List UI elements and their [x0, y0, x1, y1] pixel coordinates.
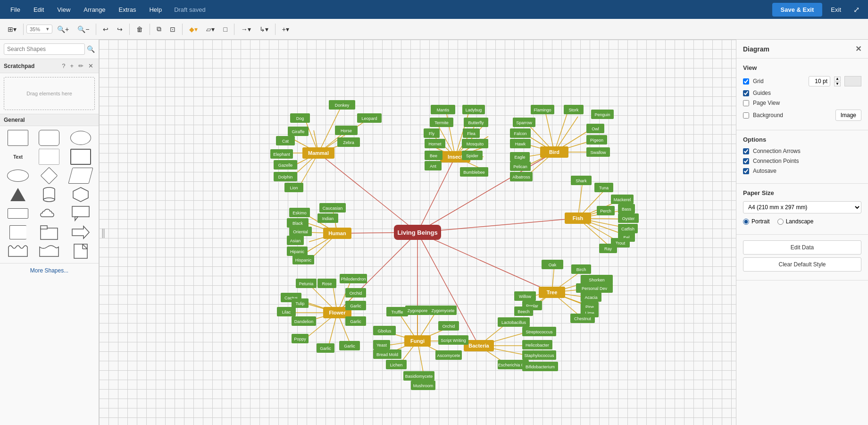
delete-button[interactable]: 🗑 — [133, 23, 147, 35]
grid-color-picker[interactable] — [844, 76, 861, 86]
portrait-label[interactable]: Portrait — [743, 218, 770, 225]
duplicate-button[interactable]: ⧉ — [153, 23, 165, 35]
scratchpad-edit-button[interactable]: ✏ — [77, 62, 85, 70]
autosave-checkbox[interactable] — [743, 168, 749, 174]
autosave-label[interactable]: Autosave — [753, 168, 776, 174]
waypoint-button[interactable]: ↳▾ — [256, 23, 272, 35]
portrait-radio[interactable] — [743, 219, 749, 225]
shape-wavy-wrap[interactable] — [39, 243, 59, 259]
guides-checkbox[interactable] — [743, 90, 749, 96]
landscape-label[interactable]: Landscape — [777, 218, 814, 225]
zoom-control[interactable]: 35% ▾ — [26, 25, 52, 34]
grid-pt-up[interactable]: ▲ — [834, 76, 841, 81]
connector-button[interactable]: →▾ — [237, 23, 255, 35]
shape-rectangle[interactable] — [8, 130, 28, 146]
background-label[interactable]: Background — [753, 112, 832, 119]
svg-line-35 — [446, 110, 455, 157]
shape-folder-wrap[interactable] — [39, 224, 59, 240]
search-shapes-container: 🔍 — [0, 40, 99, 59]
shape-rect-4[interactable] — [8, 208, 28, 219]
shape-oval[interactable] — [7, 170, 29, 182]
connection-points-label[interactable]: Connection Points — [753, 158, 799, 164]
insert-button[interactable]: +▾ — [278, 23, 293, 35]
page-view-checkbox[interactable] — [743, 100, 749, 106]
shape-arrow-wrap[interactable] — [70, 224, 91, 240]
menu-help[interactable]: Help — [143, 3, 167, 16]
undo-button[interactable]: ↩ — [99, 23, 112, 35]
connection-arrows-checkbox[interactable] — [743, 148, 749, 154]
clear-default-style-button[interactable]: Clear Default Style — [743, 257, 861, 272]
svg-text:Donkey: Donkey — [335, 103, 350, 108]
landscape-radio[interactable] — [777, 219, 784, 225]
menu-arrange[interactable]: Arrange — [78, 3, 111, 16]
shape-ellipse[interactable] — [70, 131, 91, 145]
menu-extras[interactable]: Extras — [113, 3, 142, 16]
exit-button[interactable]: Exit — [824, 3, 848, 17]
guides-label[interactable]: Guides — [753, 90, 771, 96]
connection-points-checkbox[interactable] — [743, 158, 749, 164]
shape-cylinder-wrap[interactable] — [39, 187, 59, 203]
svg-text:Bass: Bass — [622, 207, 632, 212]
zoom-in-button[interactable]: 🔍+ — [53, 23, 73, 35]
shape-diamond-wrap[interactable] — [39, 168, 59, 184]
connection-arrows-label[interactable]: Connection Arrows — [753, 148, 801, 154]
shape-rounded-rect[interactable] — [39, 130, 59, 146]
page-view-label[interactable]: Page View — [753, 100, 780, 106]
shape-parallelogram[interactable] — [68, 168, 93, 184]
line-color-button[interactable]: ▱▾ — [202, 23, 218, 35]
svg-text:Pigeon: Pigeon — [590, 138, 603, 143]
redo-button[interactable]: ↪ — [113, 23, 126, 35]
zoom-out-button[interactable]: 🔍− — [74, 23, 93, 35]
paper-size-section: Paper Size A4 (210 mm x 297 mm) A3 Lette… — [736, 184, 868, 235]
shape-rect-3[interactable] — [70, 149, 91, 165]
layout-toggle-button[interactable]: ⊞▾ — [4, 23, 20, 35]
menu-view[interactable]: View — [51, 3, 76, 16]
svg-text:Sparrow: Sparrow — [516, 120, 532, 125]
scratchpad-help-button[interactable]: ? — [60, 62, 67, 70]
save-exit-button[interactable]: Save & Exit — [772, 3, 823, 17]
shape-folder-svg — [40, 224, 58, 240]
svg-text:Dolphin: Dolphin — [278, 175, 293, 179]
grid-pt-down[interactable]: ▼ — [834, 82, 841, 86]
search-shapes-input[interactable] — [4, 43, 85, 55]
fill-color-button[interactable]: ◆▾ — [185, 23, 201, 35]
more-shapes-link[interactable]: More Shapes... — [0, 263, 99, 278]
svg-text:Gazelle: Gazelle — [278, 163, 293, 168]
menu-edit[interactable]: Edit — [28, 3, 50, 16]
background-checkbox[interactable] — [743, 112, 749, 119]
edit-data-button[interactable]: Edit Data — [743, 240, 861, 255]
svg-text:Orchid: Orchid — [442, 324, 455, 329]
scratchpad-add-button[interactable]: + — [68, 62, 75, 70]
background-image-button[interactable]: Image — [835, 110, 861, 121]
scratchpad-close-button[interactable]: ✕ — [87, 62, 95, 70]
shape-wave-wrap[interactable] — [8, 243, 28, 259]
scratchpad-drop-area[interactable]: Drag elements here — [4, 77, 95, 110]
fullscreen-button[interactable]: ⤢ — [850, 3, 863, 16]
general-section-header[interactable]: General — [0, 114, 99, 126]
grid-checkbox[interactable] — [743, 78, 749, 85]
resize-handle[interactable]: ‖ — [101, 228, 106, 237]
svg-text:Fish: Fish — [573, 215, 584, 221]
canvas-area[interactable]: .edge-red { stroke: #c0392b; stroke-widt… — [99, 40, 736, 425]
svg-text:Shark: Shark — [576, 178, 587, 183]
svg-text:Hornet: Hornet — [428, 142, 442, 146]
svg-text:Garlic: Garlic — [344, 344, 355, 348]
shape-rect-2[interactable] — [39, 149, 59, 165]
shape-cloud-wrap[interactable] — [39, 205, 59, 221]
grid-label[interactable]: Grid — [753, 78, 805, 85]
shape-callout-wrap[interactable] — [70, 205, 91, 221]
shape-triangle-wrap[interactable] — [8, 187, 28, 203]
shape-button[interactable]: □ — [219, 23, 231, 35]
copy-style-button[interactable]: ⊡ — [166, 23, 179, 35]
svg-text:Oak: Oak — [549, 263, 557, 267]
shape-rect-5[interactable] — [9, 225, 26, 239]
diagram-panel-close[interactable]: ✕ — [855, 44, 861, 53]
shape-doc-wrap[interactable] — [70, 243, 91, 259]
search-icon[interactable]: 🔍 — [87, 45, 95, 53]
text-shape-label[interactable]: Text — [13, 154, 23, 160]
grid-pt-input[interactable]: 10 pt — [809, 76, 830, 86]
paper-size-select[interactable]: A4 (210 mm x 297 mm) A3 Letter Legal — [743, 201, 861, 213]
svg-text:Helicobacter: Helicobacter — [526, 343, 549, 348]
shape-hex-wrap[interactable] — [70, 187, 91, 203]
menu-file[interactable]: File — [5, 3, 26, 16]
